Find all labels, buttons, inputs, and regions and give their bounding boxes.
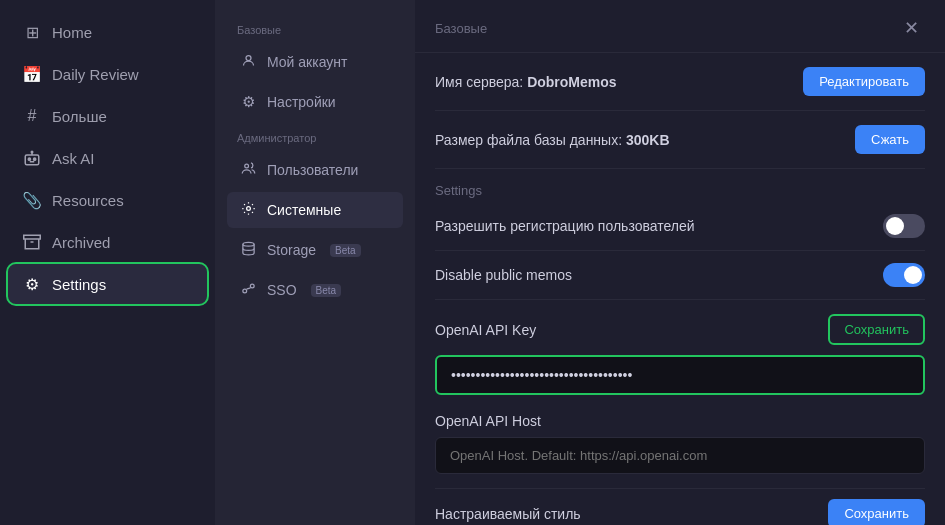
svg-point-11	[242, 289, 246, 293]
calendar-icon: 📅	[22, 64, 42, 84]
custom-style-label: Настраиваемый стиль	[435, 506, 581, 522]
api-key-label: OpenAI API Key	[435, 322, 536, 338]
submenu-item-label: Storage	[267, 242, 316, 258]
users-icon	[239, 161, 257, 179]
submenu: Базовые Мой аккаунт ⚙ Настройки Админист…	[215, 0, 415, 525]
svg-point-7	[244, 164, 248, 168]
submenu-item-label: Пользователи	[267, 162, 358, 178]
server-name-row: Имя сервера: DobroMemos Редактировать	[435, 53, 925, 111]
sidebar-item-label: Больше	[52, 108, 107, 125]
server-name-label: Имя сервера: DobroMemos	[435, 74, 617, 90]
sidebar-item-home[interactable]: ⊞ Home	[8, 12, 207, 52]
sidebar-item-archived[interactable]: Archived	[8, 222, 207, 262]
submenu-item-settings[interactable]: ⚙ Настройки	[227, 84, 403, 120]
settings-section-divider: Settings	[435, 169, 925, 202]
sidebar-item-label: Settings	[52, 276, 106, 293]
paperclip-icon: 📎	[22, 190, 42, 210]
content-header: Базовые ✕	[415, 0, 945, 53]
submenu-item-my-account[interactable]: Мой аккаунт	[227, 44, 403, 80]
edit-server-name-button[interactable]: Редактировать	[803, 67, 925, 96]
sidebar: ⊞ Home 📅 Daily Review # Больше Ask AI 📎 …	[0, 0, 215, 525]
allow-registration-label: Разрешить регистрацию пользователей	[435, 218, 695, 234]
submenu-item-system[interactable]: Системные	[227, 192, 403, 228]
api-host-section: OpenAI API Host	[435, 413, 925, 474]
svg-point-6	[246, 56, 251, 61]
close-button[interactable]: ✕	[897, 14, 925, 42]
sidebar-item-settings[interactable]: ⚙ Settings	[8, 264, 207, 304]
api-host-label: OpenAI API Host	[435, 413, 925, 429]
user-icon	[239, 53, 257, 71]
svg-point-3	[34, 158, 36, 160]
submenu-section-admin: Администратор	[227, 124, 403, 148]
gear-icon: ⚙	[22, 274, 42, 294]
sidebar-item-label: Resources	[52, 192, 124, 209]
compress-button[interactable]: Сжать	[855, 125, 925, 154]
archive-icon	[22, 232, 42, 252]
sso-icon	[239, 281, 257, 299]
svg-point-1	[31, 151, 33, 153]
content-area: Базовые ✕ Имя сервера: DobroMemos Редакт…	[415, 0, 945, 525]
storage-beta-badge: Beta	[330, 244, 361, 257]
allow-registration-toggle[interactable]	[883, 214, 925, 238]
svg-point-2	[28, 158, 30, 160]
sso-beta-badge: Beta	[311, 284, 342, 297]
db-size-value: 300KB	[626, 132, 670, 148]
sidebar-item-label: Daily Review	[52, 66, 139, 83]
api-key-input[interactable]	[435, 355, 925, 395]
svg-point-10	[250, 284, 254, 288]
sidebar-item-label: Archived	[52, 234, 110, 251]
svg-point-9	[242, 242, 253, 246]
sidebar-item-more[interactable]: # Больше	[8, 96, 207, 136]
storage-icon	[239, 241, 257, 259]
settings-panel: Базовые Мой аккаунт ⚙ Настройки Админист…	[215, 0, 945, 525]
submenu-item-label: SSO	[267, 282, 297, 298]
submenu-section-basic: Базовые	[227, 16, 403, 40]
hash-icon: #	[22, 106, 42, 126]
content-section-title: Базовые	[435, 21, 487, 36]
server-name-value: DobroMemos	[527, 74, 616, 90]
settings-icon: ⚙	[239, 93, 257, 111]
svg-rect-0	[25, 155, 39, 165]
db-size-row: Размер файла базы данных: 300KB Сжать	[435, 111, 925, 169]
sidebar-item-ask-ai[interactable]: Ask AI	[8, 138, 207, 178]
api-key-save-button[interactable]: Сохранить	[828, 314, 925, 345]
home-icon: ⊞	[22, 22, 42, 42]
content-body: Имя сервера: DobroMemos Редактировать Ра…	[415, 53, 945, 525]
submenu-item-storage[interactable]: Storage Beta	[227, 232, 403, 268]
custom-style-save-button[interactable]: Сохранить	[828, 499, 925, 525]
custom-style-row: Настраиваемый стиль Сохранить	[435, 488, 925, 525]
submenu-item-label: Настройки	[267, 94, 336, 110]
sidebar-item-daily-review[interactable]: 📅 Daily Review	[8, 54, 207, 94]
api-host-input[interactable]	[435, 437, 925, 474]
disable-public-memos-row: Disable public memos	[435, 251, 925, 300]
robot-icon	[22, 148, 42, 168]
svg-rect-4	[24, 235, 41, 239]
system-icon	[239, 201, 257, 219]
svg-point-8	[246, 207, 250, 211]
submenu-item-label: Мой аккаунт	[267, 54, 347, 70]
disable-public-memos-toggle[interactable]	[883, 263, 925, 287]
sidebar-item-resources[interactable]: 📎 Resources	[8, 180, 207, 220]
api-key-header: OpenAI API Key Сохранить	[435, 314, 925, 345]
allow-registration-row: Разрешить регистрацию пользователей	[435, 202, 925, 251]
api-key-section: OpenAI API Key Сохранить	[435, 300, 925, 413]
db-size-label: Размер файла базы данных: 300KB	[435, 132, 670, 148]
sidebar-item-label: Ask AI	[52, 150, 95, 167]
submenu-item-label: Системные	[267, 202, 341, 218]
submenu-item-sso[interactable]: SSO Beta	[227, 272, 403, 308]
sidebar-item-label: Home	[52, 24, 92, 41]
disable-public-memos-label: Disable public memos	[435, 267, 572, 283]
submenu-item-users[interactable]: Пользователи	[227, 152, 403, 188]
main-area: Базовые Мой аккаунт ⚙ Настройки Админист…	[215, 0, 945, 525]
